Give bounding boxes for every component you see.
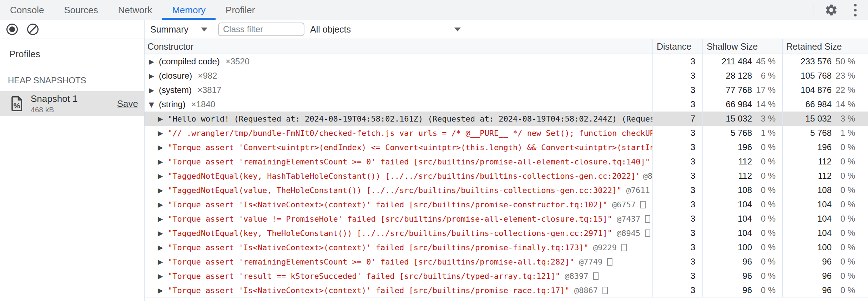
expander-arrow-icon[interactable]: ▶ <box>158 143 168 151</box>
expander-arrow-icon[interactable]: ▼ <box>149 100 159 108</box>
expander-arrow-icon[interactable]: ▶ <box>158 158 168 166</box>
column-header-distance[interactable]: Distance <box>652 39 702 54</box>
distance-cell: 3 <box>652 154 702 169</box>
retained-size-cell: 112 0 % <box>782 154 868 169</box>
retained-size-value: 108 <box>783 185 832 195</box>
shallow-size-percent: 0 % <box>752 228 776 238</box>
tab-memory[interactable]: Memory <box>162 0 216 20</box>
shallow-size-cell: 112 0 % <box>702 169 782 183</box>
expander-arrow-icon[interactable]: ▶ <box>158 172 168 180</box>
tab-network[interactable]: Network <box>108 0 162 20</box>
object-scope-select[interactable]: All objects <box>310 24 463 35</box>
column-header-constructor[interactable]: Constructor <box>145 39 652 54</box>
shallow-size-value: 66 984 <box>703 99 752 109</box>
table-row[interactable]: ▶ "Torque assert 'Is<NativeContext>(cont… <box>145 197 868 212</box>
clear-profiles-button[interactable] <box>27 24 39 35</box>
table-row[interactable]: ▶ (system) ×3817 3 77 768 17 % 104 876 2… <box>145 83 868 97</box>
column-header-retained-size[interactable]: Retained Size <box>782 39 868 54</box>
expander-arrow-icon[interactable]: ▶ <box>149 58 159 65</box>
shallow-size-value: 108 <box>703 185 752 195</box>
shallow-size-cell: 5 768 1 % <box>702 126 782 140</box>
constructor-name: "TaggedNotEqual(value, TheHoleConstant()… <box>168 186 622 195</box>
class-filter-input[interactable] <box>218 23 304 36</box>
table-row[interactable]: ▶ (compiled code) ×3520 3 211 484 45 % 2… <box>145 54 868 69</box>
expander-arrow-icon[interactable]: ▶ <box>158 201 168 208</box>
retained-size-cell: 96 0 % <box>782 255 868 269</box>
table-row[interactable]: ▶ "Torque assert 'value != PromiseHole' … <box>145 212 868 226</box>
retained-size-percent: 23 % <box>832 71 855 81</box>
shallow-size-percent: 3 % <box>752 114 776 124</box>
expander-arrow-icon[interactable]: ▶ <box>149 72 159 80</box>
retained-size-value: 104 876 <box>783 85 832 95</box>
tab-sources[interactable]: Sources <box>54 0 108 20</box>
sidebar-item-snapshot-1[interactable]: % Snapshot 1 468 kB Save <box>0 91 144 116</box>
table-row[interactable]: ▶ "Torque assert 'Convert<uintptr>(endIn… <box>145 140 868 154</box>
retained-size-percent: 0 % <box>832 157 855 167</box>
table-row[interactable]: ▶ "Torque assert 'result == kStoreSucced… <box>145 269 868 283</box>
perspective-select[interactable]: Summary <box>150 24 210 35</box>
table-row[interactable]: ▶ (closure) ×982 3 28 128 6 % 105 768 23… <box>145 69 868 83</box>
tab-profiler[interactable]: Profiler <box>216 0 265 20</box>
more-options-kebab-icon[interactable] <box>851 3 860 18</box>
settings-gear-icon[interactable] <box>824 3 838 17</box>
retained-size-value: 104 <box>783 228 832 238</box>
retained-size-cell: 233 576 50 % <box>782 54 868 69</box>
expander-arrow-icon[interactable]: ▶ <box>158 272 168 280</box>
retained-size-cell: 108 0 % <box>782 183 868 197</box>
table-row[interactable]: ▶ "TaggedNotEqual(value, TheHoleConstant… <box>145 183 868 197</box>
shallow-size-percent: 14 % <box>752 99 776 109</box>
record-heap-snapshot-button[interactable] <box>6 24 18 35</box>
object-id: @8 <box>643 172 653 181</box>
distance-cell: 7 <box>652 112 702 126</box>
glyph-box-icon <box>645 230 650 237</box>
object-id: @9229 <box>593 243 617 252</box>
table-row[interactable]: ▶ "TaggedNotEqual(key, TheHoleConstant()… <box>145 226 868 240</box>
grid-rows: ▶ (compiled code) ×3520 3 211 484 45 % 2… <box>145 54 868 297</box>
snapshot-text: Snapshot 1 468 kB <box>31 93 78 114</box>
distance-cell: 3 <box>652 126 702 140</box>
retained-size-percent: 22 % <box>832 85 855 95</box>
expander-arrow-icon[interactable]: ▶ <box>158 186 168 194</box>
retained-size-percent: 1 % <box>832 128 855 138</box>
table-row[interactable]: ▶ "Torque assert 'Is<NativeContext>(cont… <box>145 240 868 255</box>
column-header-shallow-size[interactable]: Shallow Size <box>702 39 782 54</box>
distance-cell: 3 <box>652 197 702 212</box>
distance-cell: 3 <box>652 97 702 112</box>
instance-count: ×3520 <box>226 56 249 66</box>
constructor-name: "Torque assert 'Is<NativeContext>(contex… <box>168 286 570 295</box>
expander-arrow-icon[interactable]: ▶ <box>158 229 168 237</box>
tab-console[interactable]: Console <box>0 0 54 20</box>
expander-arrow-icon[interactable]: ▶ <box>158 129 168 137</box>
retained-size-value: 100 <box>783 242 832 252</box>
table-row[interactable]: ▶ "TaggedNotEqual(key, HashTableHoleCons… <box>145 169 868 183</box>
expander-arrow-icon[interactable]: ▶ <box>158 115 168 123</box>
constructor-cell: ▶ "// .wrangler/tmp/bundle-FmNIt0/checke… <box>145 126 652 140</box>
retained-size-cell: 104 0 % <box>782 212 868 226</box>
table-row[interactable]: ▶ "Torque assert 'Is<NativeContext>(cont… <box>145 283 868 297</box>
shallow-size-percent: 0 % <box>752 157 776 167</box>
expander-arrow-icon[interactable]: ▶ <box>158 243 168 251</box>
expander-arrow-icon[interactable]: ▶ <box>158 286 168 294</box>
expander-arrow-icon[interactable]: ▶ <box>158 215 168 223</box>
distance-cell: 3 <box>652 169 702 183</box>
table-row[interactable]: ▶ "Torque assert 'remainingElementsCount… <box>145 255 868 269</box>
constructor-cell: ▶ "Torque assert 'Convert<uintptr>(endIn… <box>145 140 652 154</box>
shallow-size-value: 104 <box>703 228 752 238</box>
retained-size-value: 5 768 <box>783 128 832 138</box>
expander-arrow-icon[interactable]: ▶ <box>149 86 159 94</box>
retained-size-value: 96 <box>783 285 832 295</box>
table-row[interactable]: ▼ (string) ×1840 3 66 984 14 % 66 984 14… <box>145 97 868 112</box>
shallow-size-cell: 96 0 % <box>702 283 782 297</box>
grid-header: Constructor Distance Shallow Size Retain… <box>145 39 868 54</box>
constructor-name: "TaggedNotEqual(key, TheHoleConstant()) … <box>168 229 612 238</box>
table-row[interactable]: ▶ "Hello world! (Requested at: 2024-08-1… <box>145 112 868 126</box>
expander-arrow-icon[interactable]: ▶ <box>158 258 168 266</box>
save-snapshot-link[interactable]: Save <box>117 98 138 109</box>
table-row[interactable]: ▶ "// .wrangler/tmp/bundle-FmNIt0/checke… <box>145 126 868 140</box>
constructor-name: "Torque assert 'value != PromiseHole' fa… <box>168 214 612 223</box>
snapshot-size: 468 kB <box>31 105 78 114</box>
tabbar-divider <box>813 4 813 16</box>
table-row[interactable]: ▶ "Torque assert 'remainingElementsCount… <box>145 154 868 169</box>
svg-text:%: % <box>14 102 20 110</box>
retained-size-percent: 0 % <box>832 171 855 181</box>
